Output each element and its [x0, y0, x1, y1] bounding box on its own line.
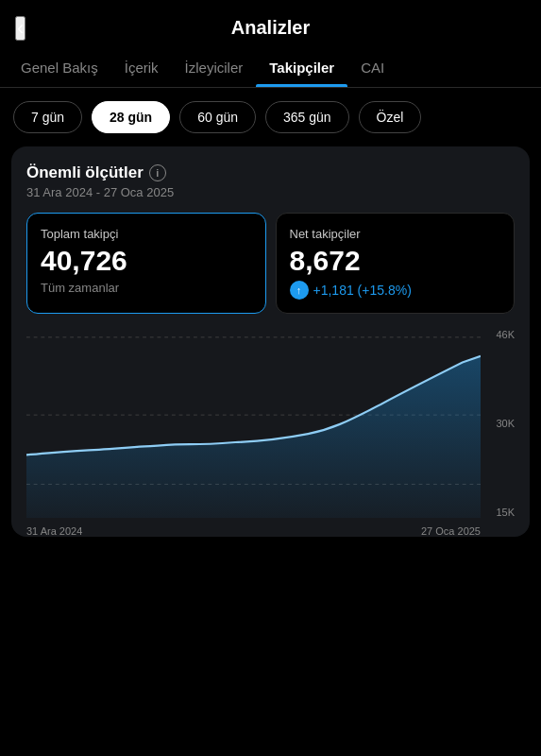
- main-card: Önemli ölçütler i 31 Ara 2024 - 27 Oca 2…: [11, 146, 530, 537]
- total-followers-card: Toplam takipçi 40,726 Tüm zamanlar: [26, 213, 266, 314]
- page-title: Analizler: [231, 17, 310, 39]
- chart-y-labels: 46K 30K 15K: [496, 329, 515, 537]
- total-followers-value: 40,726: [41, 247, 252, 275]
- date-range: 31 Ara 2024 - 27 Oca 2025: [26, 185, 515, 199]
- tab-genel-bakis[interactable]: Genel Bakış: [8, 48, 111, 87]
- chart-y-label-top: 46K: [496, 329, 515, 340]
- chart-x-label-start: 31 Ara 2024: [26, 525, 82, 537]
- period-filters: 7 gün 28 gün 60 gün 365 gün Özel: [0, 88, 541, 146]
- chart-x-labels: 31 Ara 2024 27 Oca 2025: [26, 525, 481, 537]
- tab-cai[interactable]: CAI: [347, 48, 397, 87]
- nav-tabs: Genel Bakış İçerik İzleyiciler Takipçile…: [0, 48, 541, 88]
- header: ‹ Analizler: [0, 0, 541, 48]
- period-ozel[interactable]: Özel: [359, 101, 422, 133]
- net-followers-value: 8,672: [290, 247, 501, 275]
- chart-svg-container: [26, 329, 481, 518]
- period-7gun[interactable]: 7 gün: [13, 101, 82, 133]
- back-button[interactable]: ‹: [15, 16, 25, 41]
- net-followers-card: Net takipçiler 8,672 ↑ +1,181 (+15.8%): [276, 213, 516, 314]
- tab-takipciler[interactable]: Takipçiler: [256, 48, 347, 87]
- chart-area: 46K 30K 15K: [26, 329, 515, 537]
- chart-y-label-mid: 30K: [496, 418, 515, 429]
- chart-x-label-end: 27 Oca 2025: [421, 525, 481, 537]
- metrics-row: Toplam takipçi 40,726 Tüm zamanlar Net t…: [26, 213, 515, 314]
- info-icon[interactable]: i: [149, 164, 166, 181]
- period-28gun[interactable]: 28 gün: [92, 101, 170, 133]
- chart-y-label-bot: 15K: [496, 507, 515, 518]
- section-title: Önemli ölçütler i: [26, 163, 515, 182]
- total-followers-sub: Tüm zamanlar: [41, 281, 252, 295]
- period-365gun[interactable]: 365 gün: [265, 101, 349, 133]
- net-followers-label: Net takipçiler: [290, 227, 501, 241]
- period-60gun[interactable]: 60 gün: [179, 101, 256, 133]
- tab-icerik[interactable]: İçerik: [111, 48, 172, 87]
- chart-svg: [26, 329, 481, 518]
- growth-arrow-icon: ↑: [290, 281, 309, 300]
- net-followers-growth: ↑ +1,181 (+15.8%): [290, 281, 501, 300]
- tab-izleyiciler[interactable]: İzleyiciler: [172, 48, 257, 87]
- total-followers-label: Toplam takipçi: [41, 227, 252, 241]
